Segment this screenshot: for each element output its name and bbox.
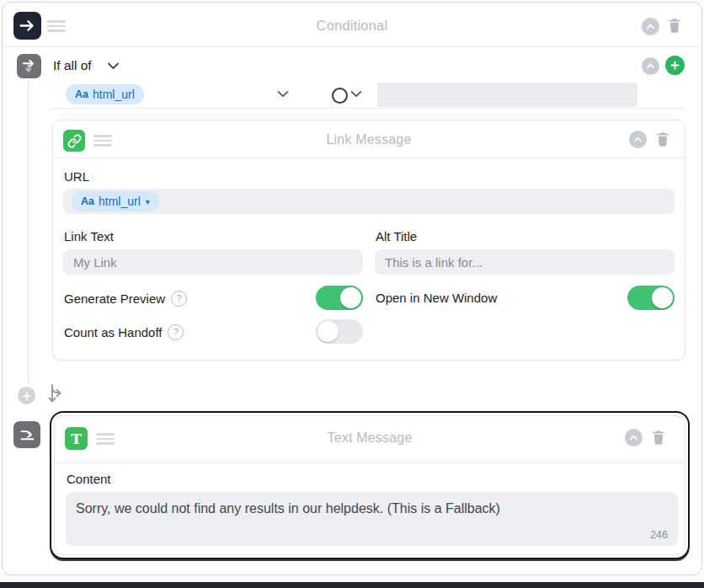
count-handoff-row: Count as Handoff ? <box>64 324 184 340</box>
branch-arrow-icon[interactable] <box>45 382 68 409</box>
header-divider <box>3 46 701 47</box>
arrow-skip-line-icon <box>19 426 36 444</box>
conditional-title: Conditional <box>0 18 704 34</box>
toggle-knob <box>340 287 361 308</box>
add-card-button[interactable] <box>18 387 35 404</box>
alt-title-label: Alt Title <box>376 229 417 243</box>
collapse-button[interactable] <box>625 429 643 446</box>
plus-icon <box>22 391 32 401</box>
url-variable-pill[interactable]: Aahtml_url▾ <box>72 191 159 211</box>
link-text-input[interactable] <box>63 249 363 275</box>
generate-preview-row: Generate Preview ? <box>64 291 187 307</box>
text-message-card-selected[interactable]: T Text Message Content Sorry, we could n… <box>50 411 690 559</box>
chevron-up-icon <box>645 21 656 32</box>
char-counter: 246 <box>650 529 668 541</box>
condition-branch-icon <box>17 54 41 78</box>
chevron-up-icon <box>645 61 656 72</box>
card-header-divider <box>53 158 685 158</box>
link-message-card: Link Message URL Aahtml_url▾ Link Text A… <box>52 120 685 361</box>
collapse-button[interactable] <box>629 131 647 148</box>
condition-variable-pill[interactable]: Aahtml_url <box>66 84 144 104</box>
open-new-window-label: Open in New Window <box>376 291 497 305</box>
variable-dropdown-chevron-icon[interactable] <box>277 90 289 98</box>
condition-row-divider <box>52 108 684 109</box>
content-textarea[interactable]: Sorry, we could not find any results in … <box>66 492 678 546</box>
operator-circle-icon[interactable] <box>332 88 348 104</box>
condition-value-input[interactable] <box>377 83 637 107</box>
delete-icon[interactable] <box>650 428 667 447</box>
text-message-title: Text Message <box>55 430 685 446</box>
url-label: URL <box>64 169 89 184</box>
generate-preview-toggle[interactable] <box>316 286 363 310</box>
chevron-up-icon <box>628 432 639 443</box>
card-header-divider <box>55 462 685 463</box>
help-icon[interactable]: ? <box>168 324 184 340</box>
content-text: Sorry, we could not find any results in … <box>76 501 500 516</box>
variable-name: html_url <box>93 88 135 101</box>
open-new-window-toggle[interactable] <box>627 286 675 310</box>
count-handoff-label: Count as Handoff <box>64 325 162 339</box>
fallback-exit-icon <box>13 421 40 448</box>
delete-icon[interactable] <box>666 16 683 35</box>
plus-icon <box>669 60 680 71</box>
variable-name: html_url <box>99 195 141 208</box>
delete-icon[interactable] <box>654 130 671 149</box>
link-text-label: Link Text <box>64 229 114 243</box>
help-icon[interactable]: ? <box>171 291 187 307</box>
alt-title-input[interactable] <box>375 249 675 275</box>
variable-type-badge: Aa <box>75 88 88 100</box>
variable-type-badge: Aa <box>81 195 94 207</box>
pill-caret-icon: ▾ <box>146 197 150 206</box>
operator-dropdown-chevron-icon[interactable] <box>350 90 362 98</box>
link-message-title: Link Message <box>53 132 685 147</box>
arrow-split-icon <box>21 58 38 75</box>
count-handoff-toggle[interactable] <box>316 319 363 344</box>
toggle-knob <box>317 321 339 342</box>
chevron-up-icon <box>632 134 643 145</box>
url-input[interactable]: Aahtml_url▾ <box>63 189 675 214</box>
toggle-knob <box>652 287 673 308</box>
add-condition-button[interactable] <box>665 56 685 75</box>
branch-connector-line <box>28 79 29 385</box>
if-all-of-selector[interactable]: If all of <box>53 58 92 73</box>
collapse-condition-button[interactable] <box>642 57 659 75</box>
content-label: Content <box>67 472 111 486</box>
collapse-button[interactable] <box>642 18 659 35</box>
next-node-edge <box>0 582 704 588</box>
text-message-card: T Text Message Content Sorry, we could n… <box>54 415 685 555</box>
chevron-down-icon[interactable] <box>107 61 120 70</box>
generate-preview-label: Generate Preview <box>64 291 165 306</box>
